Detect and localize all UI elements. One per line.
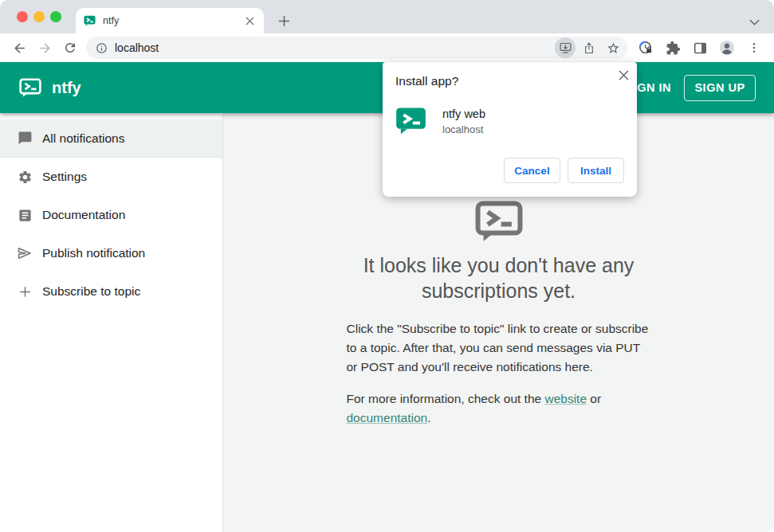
browser-window: ntfy localhost xyxy=(0,0,774,532)
privacy-extension-icon[interactable] xyxy=(635,37,657,59)
article-icon xyxy=(17,207,33,223)
window-zoom-button[interactable] xyxy=(50,11,61,22)
sidebar-item-label: Documentation xyxy=(42,208,125,222)
empty-state-heading: It looks like you don't have any subscri… xyxy=(308,252,690,303)
browser-toolbar: localhost xyxy=(0,33,774,62)
install-button[interactable]: Install xyxy=(568,158,624,183)
browser-menu-icon[interactable] xyxy=(743,37,765,59)
tab-close-icon[interactable] xyxy=(243,14,256,27)
back-icon[interactable] xyxy=(8,37,30,59)
url-text[interactable]: localhost xyxy=(115,41,552,54)
extensions-puzzle-icon[interactable] xyxy=(662,37,684,59)
window-minimize-button[interactable] xyxy=(33,11,45,22)
more-info-prefix: For more information, check out the xyxy=(347,392,545,405)
sidebar-item-publish-notification[interactable]: Publish notification xyxy=(0,234,222,272)
sidebar-item-all-notifications[interactable]: All notifications xyxy=(0,119,222,158)
cancel-button[interactable]: Cancel xyxy=(504,158,560,183)
ntfy-logo-icon xyxy=(19,78,41,98)
sidebar-item-subscribe-to-topic[interactable]: Subscribe to topic xyxy=(0,272,222,311)
sidebar-item-documentation[interactable]: Documentation xyxy=(0,196,222,234)
ntfy-empty-state-logo-icon xyxy=(475,201,523,243)
dialog-close-icon[interactable] xyxy=(617,68,630,81)
chat-bubble-icon xyxy=(17,131,33,147)
side-panel-icon[interactable] xyxy=(689,37,711,59)
tab-title: ntfy xyxy=(103,15,243,26)
install-app-name: ntfy web xyxy=(442,108,485,120)
sidebar: All notifications Settings Documentation… xyxy=(0,113,223,532)
install-app-dialog: Install app? ntfy web localhost Cancel I… xyxy=(383,62,637,197)
install-app-origin: localhost xyxy=(442,123,485,135)
documentation-link[interactable]: documentation xyxy=(347,411,428,424)
app-title: ntfy xyxy=(52,79,81,97)
sign-up-button[interactable]: SIGN UP xyxy=(684,75,756,101)
ntfy-favicon-icon xyxy=(84,15,96,26)
share-icon[interactable] xyxy=(579,37,599,58)
sidebar-item-label: Subscribe to topic xyxy=(42,284,140,299)
bookmark-star-icon[interactable] xyxy=(603,37,623,58)
ntfy-app-logo-icon xyxy=(395,107,426,135)
new-tab-button[interactable] xyxy=(276,13,292,29)
sidebar-item-label: Publish notification xyxy=(42,246,145,260)
install-dialog-title: Install app? xyxy=(395,74,624,88)
more-info-suffix: . xyxy=(427,411,430,424)
more-info-paragraph: For more information, check out the webs… xyxy=(347,389,651,428)
browser-tab[interactable]: ntfy xyxy=(76,8,264,33)
profile-avatar-icon[interactable] xyxy=(716,37,738,59)
send-icon xyxy=(17,245,33,261)
sidebar-item-label: All notifications xyxy=(42,131,124,146)
plus-icon xyxy=(17,284,33,299)
gear-icon xyxy=(17,169,33,185)
install-app-icon[interactable] xyxy=(555,37,576,58)
more-info-middle: or xyxy=(587,392,601,405)
window-close-button[interactable] xyxy=(17,11,28,22)
tab-search-chevron-icon[interactable] xyxy=(749,14,760,29)
forward-icon[interactable] xyxy=(33,37,56,59)
website-link[interactable]: website xyxy=(544,392,587,405)
site-info-icon[interactable] xyxy=(96,42,108,54)
empty-state-paragraph: Click the "Subscribe to topic" link to c… xyxy=(347,319,651,377)
sidebar-item-settings[interactable]: Settings xyxy=(0,158,222,196)
reload-icon[interactable] xyxy=(59,37,81,59)
address-bar[interactable]: localhost xyxy=(86,37,627,59)
tab-strip: ntfy xyxy=(0,0,774,33)
sidebar-item-label: Settings xyxy=(42,170,87,184)
